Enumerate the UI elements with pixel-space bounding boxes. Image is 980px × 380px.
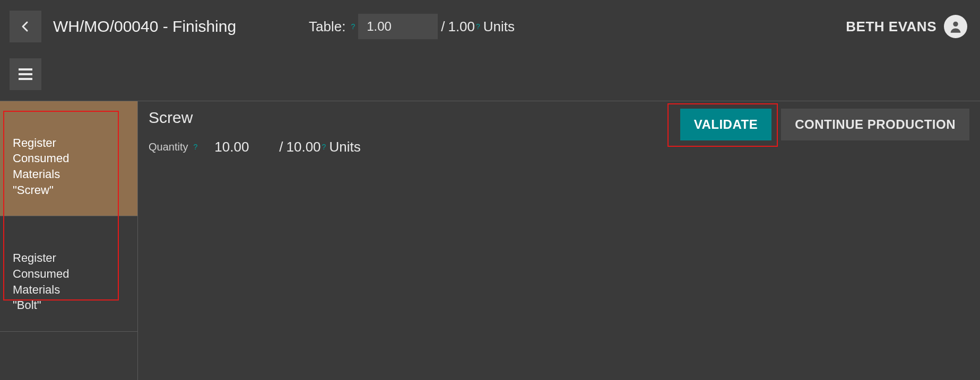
svg-rect-4	[19, 78, 32, 80]
main-panel: Screw Quantity? / 10.00? Units VALIDATE …	[138, 101, 980, 380]
avatar	[944, 15, 967, 38]
sidebar-item-label: Register Consumed Materials "Bolt"	[13, 251, 69, 312]
continue-production-button[interactable]: CONTINUE PRODUCTION	[781, 109, 969, 140]
hamburger-menu-button[interactable]	[10, 58, 41, 90]
content-body: Register Consumed Materials "Screw" Regi…	[0, 101, 980, 380]
sidebar-item-screw[interactable]: Register Consumed Materials "Screw"	[0, 101, 137, 216]
person-icon	[948, 19, 963, 34]
table-qty-input[interactable]	[358, 14, 438, 39]
help-icon[interactable]: ?	[351, 22, 355, 31]
help-icon[interactable]: ?	[322, 143, 326, 151]
back-button[interactable]	[10, 11, 41, 42]
user-name: BETH EVANS	[846, 19, 936, 35]
table-sep: /	[441, 19, 445, 35]
sidebar-item-bolt[interactable]: Register Consumed Materials "Bolt"	[0, 216, 137, 331]
hamburger-icon	[19, 68, 32, 80]
svg-rect-3	[19, 73, 32, 75]
top-bar: WH/MO/00040 - Finishing Table:? / 1.00 ?…	[0, 0, 980, 53]
validate-wrap: VALIDATE	[680, 109, 771, 140]
svg-point-1	[953, 22, 958, 26]
qty-total: 10.00	[287, 139, 321, 155]
quantity-label: Quantity	[149, 141, 188, 153]
help-icon[interactable]: ?	[193, 143, 197, 151]
action-buttons: VALIDATE CONTINUE PRODUCTION	[680, 109, 969, 140]
svg-rect-2	[19, 68, 32, 70]
user-menu[interactable]: BETH EVANS	[846, 15, 967, 38]
arrow-left-icon	[19, 20, 32, 33]
table-label: Table:	[309, 19, 345, 35]
table-total: 1.00	[448, 19, 475, 35]
steps-sidebar: Register Consumed Materials "Screw" Regi…	[0, 101, 138, 380]
qty-units: Units	[329, 139, 360, 155]
qty-sep: /	[279, 139, 283, 155]
quantity-input[interactable]	[210, 136, 279, 157]
table-units: Units	[483, 19, 515, 35]
validate-button[interactable]: VALIDATE	[680, 109, 771, 140]
help-icon[interactable]: ?	[476, 22, 480, 31]
sidebar-item-label: Register Consumed Materials "Screw"	[13, 136, 69, 197]
table-status: Table:? / 1.00 ? Units	[309, 14, 515, 39]
page-title: WH/MO/00040 - Finishing	[53, 17, 236, 36]
